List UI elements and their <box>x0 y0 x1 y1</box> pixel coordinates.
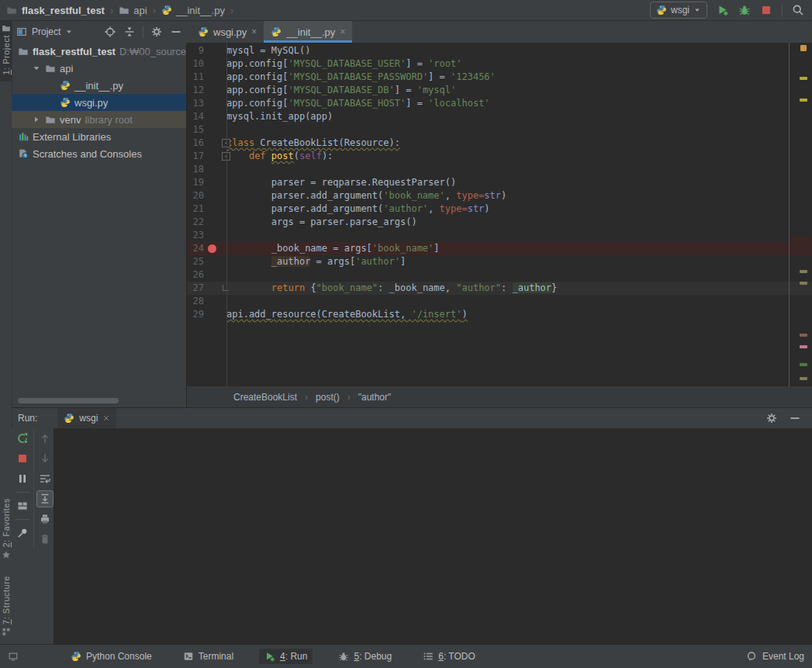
pause-button[interactable] <box>14 470 31 487</box>
breadcrumb-folder[interactable]: api <box>119 5 147 16</box>
gutter-marker-area[interactable] <box>204 71 226 84</box>
tool-button-favorites[interactable]: 2: Favorites <box>0 498 12 566</box>
close-icon[interactable]: × <box>340 26 345 37</box>
gutter-marker-area[interactable] <box>204 57 226 71</box>
stripe-mark[interactable] <box>800 363 807 366</box>
statusbar-item-terminal[interactable]: Terminal <box>178 649 239 664</box>
code-line-12[interactable]: 12app.config['MYSQL_DATABASE_DB'] = 'mys… <box>187 84 812 97</box>
editor-breadcrumb-post[interactable]: post() <box>316 392 340 403</box>
stripe-mark[interactable] <box>800 99 807 102</box>
pin-button[interactable] <box>14 524 31 542</box>
gutter-marker-area[interactable] <box>204 282 226 295</box>
gutter-marker-area[interactable] <box>204 176 226 189</box>
gutter-marker-area[interactable]: - <box>204 137 226 150</box>
tool-button-project[interactable]: 1: Project <box>0 21 12 81</box>
line-number[interactable]: 17 <box>187 150 204 163</box>
gutter-marker-area[interactable] <box>204 97 226 110</box>
run-button[interactable] <box>717 4 729 16</box>
line-number[interactable]: 9 <box>187 44 204 57</box>
editor-tab-init-py[interactable]: __init__.py× <box>264 21 352 43</box>
code-line-18[interactable]: 18 <box>187 163 812 176</box>
trash-button[interactable] <box>36 531 54 548</box>
stripe-mark[interactable] <box>800 334 807 337</box>
layout-button[interactable] <box>14 497 31 514</box>
tree-row-venv[interactable]: venvlibrary root <box>12 111 186 128</box>
gutter-marker-area[interactable] <box>204 202 226 216</box>
code-line-28[interactable]: 28 <box>187 295 812 308</box>
code-line-25[interactable]: 25 _author = args['author'] <box>187 255 812 268</box>
line-number[interactable]: 19 <box>187 176 204 189</box>
collapse-all-icon[interactable] <box>123 26 136 38</box>
tool-button-structure[interactable]: 7: Structure <box>0 576 12 641</box>
settings-gear-icon[interactable] <box>150 26 163 38</box>
gutter-marker-area[interactable] <box>204 44 226 57</box>
code-line-9[interactable]: 9mysql = MySQL() <box>187 44 812 57</box>
breadcrumb-file[interactable]: __init__.py <box>161 5 225 16</box>
run-configuration-select[interactable]: wsgi <box>650 2 707 19</box>
code-line-19[interactable]: 19 parser = reqparse.RequestParser() <box>187 176 812 189</box>
line-number[interactable]: 10 <box>187 57 204 71</box>
code-line-22[interactable]: 22 args = parser.parse_args() <box>187 216 812 229</box>
tree-row-external-libraries[interactable]: External Libraries <box>12 128 186 145</box>
tree-row-scratches-and-consoles[interactable]: Scratches and Consoles <box>12 145 186 162</box>
line-number[interactable]: 12 <box>187 84 204 97</box>
code-line-10[interactable]: 10app.config['MYSQL_DATABASE_USER'] = 'r… <box>187 57 812 71</box>
code-line-26[interactable]: 26 <box>187 268 812 282</box>
softwrap-button[interactable] <box>36 470 54 487</box>
gutter-marker-area[interactable] <box>204 268 226 282</box>
line-number[interactable]: 14 <box>187 110 204 123</box>
statusbar-item-python-console[interactable]: Python Console <box>65 649 157 664</box>
statusbar-item-debug[interactable]: 5: Debug <box>333 649 397 664</box>
code-line-27[interactable]: 27 return {"book_name": _book_name, "aut… <box>187 282 812 295</box>
line-number[interactable]: 27 <box>187 282 204 295</box>
stop-button[interactable] <box>760 4 772 16</box>
horizontal-scrollbar[interactable] <box>18 398 119 403</box>
printer-button[interactable] <box>36 511 54 528</box>
line-number[interactable]: 29 <box>187 308 204 321</box>
line-number[interactable]: 20 <box>187 189 204 202</box>
code-line-17[interactable]: 17- def post(self): <box>187 150 812 163</box>
debug-button[interactable] <box>738 4 751 16</box>
chevron-down-icon[interactable] <box>65 28 73 36</box>
tree-row-flask-restful-test[interactable]: flask_restful_testD:₩00_sourcetree₩ <box>12 43 186 60</box>
code-line-15[interactable]: 15 <box>187 123 812 137</box>
chevron-down-icon[interactable] <box>32 64 41 73</box>
close-icon[interactable]: × <box>251 26 257 37</box>
stripe-mark[interactable] <box>800 282 807 285</box>
gutter-marker-area[interactable] <box>204 163 226 176</box>
tree-row-api[interactable]: api <box>12 60 186 77</box>
code-line-16[interactable]: 16-class CreateBookList(Resource): <box>187 137 812 150</box>
project-panel-title[interactable]: Project <box>32 26 60 37</box>
code-line-11[interactable]: 11app.config['MYSQL_DATABASE_PASSWORD'] … <box>187 71 812 84</box>
line-number[interactable]: 23 <box>187 229 204 242</box>
gutter-marker-area[interactable] <box>204 189 226 202</box>
line-number[interactable]: 24 <box>187 242 204 255</box>
gutter-marker-area[interactable] <box>204 216 226 229</box>
gutter-marker-area[interactable] <box>204 308 226 321</box>
hide-panel-icon[interactable] <box>170 26 182 38</box>
search-everywhere-icon[interactable] <box>792 4 804 16</box>
code-editor[interactable]: 9mysql = MySQL()10app.config['MYSQL_DATA… <box>187 43 812 386</box>
editor-tab-wsgi-py[interactable]: wsgi.py× <box>191 21 264 43</box>
chevron-right-icon[interactable] <box>32 115 41 124</box>
stripe-mark[interactable] <box>800 270 807 273</box>
statusbar-item-run[interactable]: 4: Run <box>259 649 313 664</box>
event-log-button[interactable]: Event Log <box>746 651 804 662</box>
stripe-mark[interactable] <box>790 237 812 250</box>
statusbar-item-todo[interactable]: 6: TODO <box>417 649 481 664</box>
stripe-mark[interactable] <box>800 45 807 51</box>
breadcrumb-project[interactable]: flask_restful_test <box>22 5 105 16</box>
line-number[interactable]: 18 <box>187 163 204 176</box>
down-button[interactable] <box>36 450 54 467</box>
code-line-24[interactable]: 24 _book_name = args['book_name'] <box>187 242 812 255</box>
stop-button[interactable] <box>14 450 31 467</box>
line-number[interactable]: 15 <box>187 123 204 137</box>
line-number[interactable]: 16 <box>187 137 204 150</box>
line-number[interactable]: 11 <box>187 71 204 84</box>
line-number[interactable]: 26 <box>187 268 204 282</box>
close-icon[interactable] <box>102 414 110 422</box>
stripe-mark[interactable] <box>800 77 807 80</box>
settings-gear-icon[interactable] <box>765 412 778 424</box>
hide-panel-icon[interactable] <box>789 412 801 424</box>
line-number[interactable]: 22 <box>187 216 204 229</box>
